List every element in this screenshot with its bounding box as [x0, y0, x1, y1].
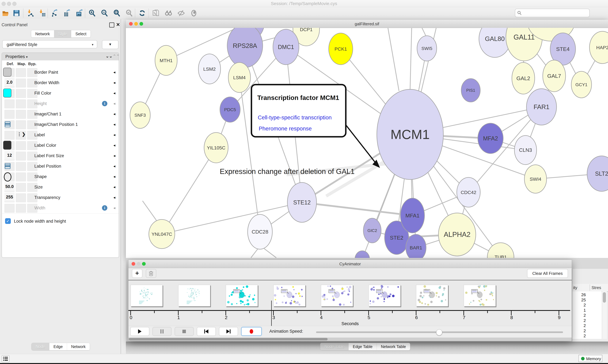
property-row-label-position[interactable]: Label Position◂: [2, 161, 119, 172]
property-row-width[interactable]: Widthi◂: [2, 203, 119, 214]
expand-row-icon[interactable]: ◂: [113, 132, 115, 137]
default-value[interactable]: 12: [4, 151, 14, 160]
annotation-link[interactable]: Cell-type-specific transcription: [258, 114, 332, 120]
tab-node-table[interactable]: Node Table: [320, 343, 348, 350]
play-button[interactable]: [130, 327, 149, 336]
expand-all-icon[interactable]: ⌄⌄: [106, 54, 112, 59]
network-edge[interactable]: [422, 28, 426, 36]
property-row-height[interactable]: Heighti◂: [2, 99, 119, 109]
network-node-cdc28[interactable]: CDC28: [248, 214, 272, 249]
property-row-transparency[interactable]: 255Transparency◂: [2, 193, 119, 203]
property-row-label-font-size[interactable]: 12Label Font Size◂: [2, 151, 119, 161]
pause-button[interactable]: [152, 327, 171, 336]
network-node-mfa1[interactable]: MFA1: [401, 198, 425, 233]
network-node-gal7[interactable]: GAL7: [543, 60, 566, 92]
network-node-lsm4[interactable]: LSM4: [228, 63, 250, 92]
network-edge[interactable]: [251, 249, 258, 258]
network-node-ste12[interactable]: STE12: [287, 182, 317, 222]
memory-button[interactable]: Memory: [579, 355, 602, 362]
export-network-icon[interactable]: [51, 9, 59, 17]
timeline-frame-6[interactable]: [416, 285, 448, 306]
expand-row-icon[interactable]: ◂: [113, 101, 115, 106]
network-edge[interactable]: [162, 148, 216, 234]
zoom-selected-icon[interactable]: [125, 9, 133, 17]
network-edge[interactable]: [302, 202, 413, 216]
panel-list-button[interactable]: [1, 355, 10, 362]
network-node-alpha2[interactable]: ALPHA2: [438, 213, 476, 256]
delete-frame-button[interactable]: [146, 269, 156, 278]
network-node-rps28a[interactable]: RPS28A: [227, 28, 263, 67]
cyanimator-titlebar[interactable]: CyAnimator: [128, 260, 572, 268]
expand-row-icon[interactable]: ◂: [113, 70, 115, 75]
expand-row-icon[interactable]: ◂: [113, 80, 115, 85]
network-canvas[interactable]: DCP1RPS28ADMC1PCK1MTH1LSM2LSM4SWI5GAL80G…: [126, 28, 608, 258]
network-node-swi4[interactable]: SWI4: [525, 165, 547, 193]
add-frame-button[interactable]: +: [132, 269, 142, 278]
network-node-cln3[interactable]: CLN3: [514, 135, 537, 165]
network-node-pdc5[interactable]: PDC5: [220, 97, 240, 122]
network-window-titlebar[interactable]: galFiltered.sif: [126, 20, 608, 28]
network-node-gic2[interactable]: GIC2: [363, 218, 381, 243]
expand-row-icon[interactable]: ◂: [113, 153, 115, 158]
property-row-image-chart-position-1[interactable]: Image/Chart Position 1◂: [2, 119, 119, 130]
expand-row-icon[interactable]: ◂: [113, 185, 115, 189]
import-network-icon[interactable]: [27, 9, 34, 17]
network-node-pis1[interactable]: PIS1: [461, 78, 480, 102]
cyanimator-timeline[interactable]: Seconds 0123456789: [128, 280, 572, 326]
network-node-mfa2[interactable]: MFA2: [478, 123, 503, 154]
network-node-cdc42[interactable]: CDC42: [457, 177, 480, 207]
property-row-label-color[interactable]: Label Color◂: [2, 140, 119, 151]
skip-start-button[interactable]: [197, 327, 216, 336]
tab-edge-table[interactable]: Edge Table: [348, 343, 377, 350]
search-input[interactable]: [515, 9, 590, 17]
network-node-gal2[interactable]: GAL2: [512, 63, 535, 94]
zoom-fit-icon[interactable]: [113, 9, 121, 17]
table-cell[interactable]: 2: [575, 323, 586, 328]
default-value-swatch[interactable]: [3, 89, 11, 97]
network-node-lsm2[interactable]: LSM2: [198, 54, 221, 84]
table-cell[interactable]: 1: [575, 308, 586, 313]
expand-row-icon[interactable]: ◂: [113, 91, 115, 95]
hide-graphics-icon[interactable]: [177, 9, 185, 17]
default-value-swatch[interactable]: [3, 141, 11, 150]
expand-row-icon[interactable]: ◂: [113, 122, 115, 127]
network-node-pck1[interactable]: PCK1: [329, 33, 353, 65]
timeline-frame-4[interactable]: [321, 285, 353, 306]
property-row-label[interactable]: ⋮❯Label◂: [2, 130, 119, 141]
animation-speed-slider-thumb[interactable]: [436, 329, 442, 335]
network-node-swi5[interactable]: SWI5: [417, 36, 437, 61]
annotation-callout[interactable]: Transcription factor MCM1Cell-type-speci…: [251, 85, 380, 168]
tab-network[interactable]: Network: [67, 343, 90, 350]
import-table-icon[interactable]: [38, 9, 46, 17]
property-row-size[interactable]: 50.0Size◂: [2, 182, 119, 193]
info-icon[interactable]: i: [102, 101, 107, 106]
table-cell[interactable]: 2: [575, 334, 586, 338]
network-edge[interactable]: [264, 248, 276, 258]
save-session-icon[interactable]: [13, 9, 20, 17]
timeline-frame-0[interactable]: [131, 285, 163, 306]
network-node-ynl047c[interactable]: YNL047C: [149, 220, 175, 248]
table-cell[interactable]: 25: [575, 298, 586, 302]
network-node-mth1[interactable]: MTH1: [155, 45, 177, 76]
expand-row-icon[interactable]: ◂: [113, 174, 115, 179]
tab-select[interactable]: Select: [71, 30, 90, 38]
properties-header[interactable]: Properties ▾ ⌄⌄ ⌃⌃: [2, 53, 119, 61]
property-row-fill-color[interactable]: Fill Color◂: [2, 88, 119, 99]
tab-edge[interactable]: Edge: [49, 343, 67, 350]
network-node-slt2[interactable]: SLT2: [587, 156, 608, 191]
export-table-icon[interactable]: [63, 9, 71, 17]
network-node-dmc1[interactable]: DMC1: [273, 29, 299, 65]
expand-row-icon[interactable]: ◂: [113, 206, 115, 210]
clear-all-frames-button[interactable]: Clear All Frames: [527, 269, 568, 278]
network-node-gal80[interactable]: GAL80: [479, 28, 511, 57]
expand-row-icon[interactable]: ◂: [113, 164, 115, 169]
property-row-image-chart-1[interactable]: Image/Chart 1◂: [2, 109, 119, 120]
tab-node[interactable]: Node: [31, 343, 49, 350]
timeline-frame-1[interactable]: [178, 285, 210, 306]
expand-row-icon[interactable]: ◂: [113, 195, 115, 200]
tab-style[interactable]: Style: [54, 30, 71, 38]
tab-network-table[interactable]: Network Table: [377, 343, 410, 350]
cyanimator-scrollbar[interactable]: [128, 338, 572, 341]
show-graphics-icon[interactable]: [190, 9, 198, 17]
tab-network[interactable]: Network: [31, 30, 54, 38]
